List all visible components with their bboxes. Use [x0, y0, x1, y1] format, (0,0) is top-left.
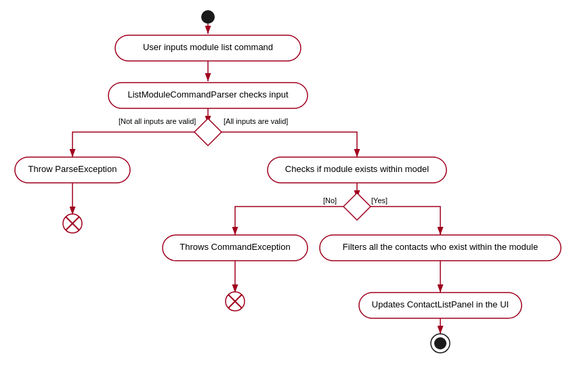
- label-filters: Filters all the contacts who exist withi…: [343, 242, 538, 252]
- label-updates: Updates ContactListPanel in the UI: [372, 299, 509, 309]
- arrow-decision1-checksmodule: [222, 132, 357, 157]
- start-node: [201, 10, 215, 24]
- label-user-input: User inputs module list command: [143, 42, 273, 52]
- label-no: [No]: [323, 196, 337, 205]
- decision1-diamond: [194, 119, 222, 146]
- arrow-decision2-filters: [371, 207, 440, 235]
- label-not-valid: [Not all inputs are valid]: [119, 117, 196, 125]
- label-parser: ListModuleCommandParser checks input: [128, 89, 289, 100]
- decision2-diamond: [343, 193, 371, 220]
- label-valid: [All inputs are valid]: [224, 117, 288, 125]
- end3-inner-fill: [434, 337, 446, 349]
- arrow-decision1-throwparse: [72, 132, 194, 157]
- label-throw-parse: Throw ParseException: [28, 164, 117, 174]
- label-yes: [Yes]: [371, 196, 387, 205]
- activity-diagram: User inputs module list command ListModu…: [0, 0, 588, 365]
- arrow-decision2-throwscmd: [235, 207, 343, 235]
- label-checks-module: Checks if module exists within model: [285, 164, 429, 174]
- label-throws-cmd: Throws CommandException: [180, 242, 290, 252]
